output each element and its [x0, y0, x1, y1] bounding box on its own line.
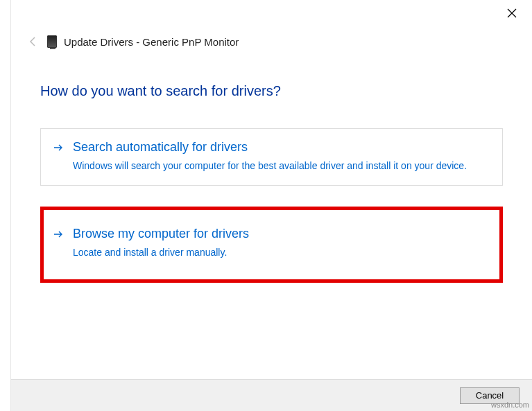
arrow-right-icon [53, 143, 63, 173]
option-text: Search automatically for drivers Windows… [73, 140, 490, 173]
option-search-automatically[interactable]: Search automatically for drivers Windows… [40, 128, 503, 186]
option-description: Locate and install a driver manually. [73, 245, 490, 259]
back-button[interactable] [26, 35, 40, 49]
close-icon [507, 8, 517, 18]
arrow-right-icon [53, 229, 63, 259]
monitor-icon [47, 35, 57, 48]
watermark: wsxdn.com [491, 401, 529, 409]
option-title: Search automatically for drivers [73, 140, 490, 155]
dialog-title: Update Drivers - Generic PnP Monitor [64, 36, 239, 48]
option-browse-computer[interactable]: Browse my computer for drivers Locate an… [40, 207, 503, 282]
dialog-footer: Cancel [11, 379, 532, 411]
back-arrow-icon [28, 36, 39, 47]
dialog-question: How do you want to search for drivers? [40, 83, 532, 99]
update-drivers-dialog: Update Drivers - Generic PnP Monitor How… [10, 0, 532, 411]
close-button[interactable] [507, 8, 520, 21]
dialog-header: Update Drivers - Generic PnP Monitor [26, 35, 532, 49]
options-list: Search automatically for drivers Windows… [40, 128, 503, 283]
option-description: Windows will search your computer for th… [73, 159, 490, 173]
option-title: Browse my computer for drivers [73, 227, 490, 241]
option-text: Browse my computer for drivers Locate an… [73, 227, 490, 259]
